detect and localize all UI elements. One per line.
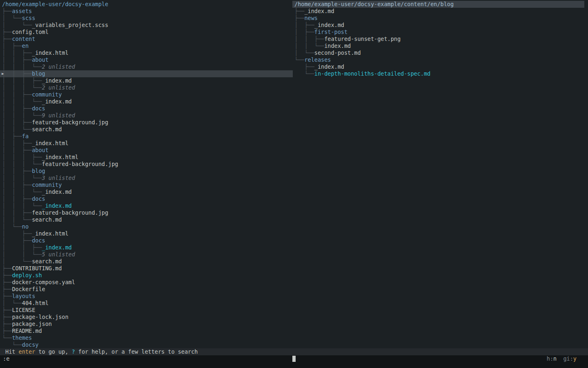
tree-row-directory[interactable]: └──docsy: [0, 341, 293, 348]
entry-label: _index.html: [42, 154, 78, 160]
tree-row-file[interactable]: ├──package.json: [0, 321, 293, 328]
terminal: /home/example-user/docsy-example ├──asse…: [0, 0, 588, 368]
tree-row-file[interactable]: └──in-depth-monoliths-detailed-spec.md: [292, 70, 588, 77]
entry-label: featured-sunset-get.png: [324, 36, 401, 42]
tree-row-directory[interactable]: │ │ ├──community: [0, 182, 293, 188]
tree-branch-lines: ├──: [2, 286, 12, 292]
tree-row-directory[interactable]: │ │ ├──about: [0, 147, 293, 154]
tree-branch-lines: │ ├──: [2, 133, 22, 139]
entry-label: _index.md: [42, 98, 72, 105]
tree-branch-lines: │ │ │ ├──: [2, 77, 42, 84]
status-segment: ?: [72, 348, 75, 355]
tree-row-directory[interactable]: ├──content: [0, 36, 293, 43]
tree-branch-lines: │ │ └──: [294, 43, 324, 49]
tree-row-file[interactable]: ├──docker-compose.yaml: [0, 279, 293, 286]
tree-branch-lines: │ │ ├──: [2, 56, 32, 63]
entry-label: en: [22, 43, 29, 49]
tree-row-file[interactable]: │ │ │ └──featured-background.jpg: [0, 161, 293, 168]
tree-row-file[interactable]: │ │ └──index.md: [292, 43, 588, 49]
tree-branch-lines: │ │ ├──: [2, 119, 32, 126]
entry-label: about: [32, 56, 49, 63]
tree-row-file[interactable]: │ │ ├──_index.md: [0, 244, 293, 251]
tree-row-file[interactable]: │ │ │ └──2 unlisted: [0, 63, 293, 70]
tree-branch-lines: ├──: [2, 272, 12, 278]
tree-row-file[interactable]: │ │ │ ├──_index.md: [0, 77, 293, 84]
tree-row-file[interactable]: ├──_index.md: [292, 63, 588, 70]
tree-branch-lines: │ │ │ └──: [2, 202, 42, 209]
tree-row-file[interactable]: │ │ ├──featured-sunset-get.png: [292, 36, 588, 43]
tree-row-file[interactable]: │ │ └──search.md: [0, 126, 293, 133]
entry-label: docker-compose.yaml: [12, 279, 75, 285]
tree-row-directory[interactable]: ├──assets: [0, 8, 293, 15]
entry-label: 5 unlisted: [42, 251, 75, 258]
tree-row-directory[interactable]: │ │ ├──community: [0, 91, 293, 98]
tree-row-directory[interactable]: └──releases: [292, 56, 588, 63]
entry-label: _variables_project.scss: [32, 22, 108, 28]
tree-row-file[interactable]: ├──deploy.sh: [0, 272, 293, 279]
entry-label: 2 unlisted: [42, 84, 75, 91]
tree-row-file[interactable]: ├──_index.md: [292, 8, 588, 15]
tree-row-file[interactable]: │ │ ├──featured-background.jpg: [0, 209, 293, 216]
tree-row-file[interactable]: │ ├──_index.md: [292, 22, 588, 29]
entry-label: _index.md: [42, 244, 72, 251]
left-file-tree: ├──assets│ └──scss│ └──_variables_projec…: [0, 8, 293, 348]
tree-row-directory[interactable]: │ │ ├──docs: [0, 105, 293, 112]
tree-row-directory[interactable]: │ ├──docs: [0, 237, 293, 244]
tree-row-file[interactable]: │ │ ├──_index.html: [0, 49, 293, 56]
tree-row-file[interactable]: ├──Dockerfile: [0, 286, 293, 293]
entry-label: assets: [12, 8, 32, 14]
tree-row-file[interactable]: │ │ │ └──9 unlisted: [0, 112, 293, 119]
left-panel-path[interactable]: /home/example-user/docsy-example: [0, 1, 293, 8]
tree-branch-lines: ├──: [294, 63, 314, 70]
tree-row-directory[interactable]: ▶│ │ ├──blog: [0, 70, 293, 77]
command-input[interactable]: :e: [3, 355, 9, 362]
tree-row-file[interactable]: ├──config.toml: [0, 29, 293, 36]
tree-row-file[interactable]: │ │ │ └──_index.md: [0, 202, 293, 209]
tree-row-directory[interactable]: ├──layouts: [0, 293, 293, 300]
tree-branch-lines: │ │ ├──: [2, 140, 32, 146]
tree-branch-lines: │ │ │ └──: [2, 161, 42, 167]
tree-row-file[interactable]: ├──README.md: [0, 328, 293, 334]
tree-row-directory[interactable]: │ ├──fa: [0, 133, 293, 140]
tree-branch-lines: │ │ ├──: [2, 244, 42, 251]
tree-row-directory[interactable]: │ │ ├──about: [0, 56, 293, 63]
tree-branch-lines: │ │ │ ├──: [2, 154, 42, 160]
tree-row-directory[interactable]: ├──news: [292, 15, 588, 22]
tree-row-file[interactable]: │ │ ├──_index.html: [0, 140, 293, 147]
tree-row-file[interactable]: ├──LICENSE: [0, 307, 293, 314]
tree-row-file[interactable]: │ ├──_index.html: [0, 230, 293, 237]
tree-row-directory[interactable]: │ │ ├──blog: [0, 168, 293, 175]
tree-row-directory[interactable]: └──themes: [0, 334, 293, 341]
tree-branch-lines: ├──: [2, 279, 12, 285]
tree-row-file[interactable]: │ │ └──5 unlisted: [0, 251, 293, 258]
tree-row-directory[interactable]: │ ├──first-post: [292, 29, 588, 36]
tree-row-file[interactable]: │ │ ├──featured-background.jpg: [0, 119, 293, 126]
tree-row-file[interactable]: │ │ │ └──3 unlisted: [0, 175, 293, 182]
tree-row-file[interactable]: │ └──search.md: [0, 258, 293, 265]
entry-label: _index.html: [32, 49, 68, 56]
input-bar[interactable]: :e h:n gi:y: [0, 355, 588, 368]
tree-branch-lines: ├──: [2, 307, 12, 313]
tree-row-file[interactable]: │ └──second-post.md: [292, 49, 588, 56]
tree-row-directory[interactable]: │ ├──en: [0, 43, 293, 49]
tree-row-directory[interactable]: │ └──scss: [0, 15, 293, 22]
tree-row-file[interactable]: │ │ │ └──_index.md: [0, 188, 293, 195]
tree-row-directory[interactable]: │ │ ├──docs: [0, 195, 293, 202]
tree-row-file[interactable]: │ └──404.html: [0, 300, 293, 307]
right-panel-path[interactable]: /home/example-user/docsy-example/content…: [292, 1, 584, 8]
tree-branch-lines: │ │ │ └──: [2, 175, 42, 181]
tree-row-file[interactable]: │ │ └──search.md: [0, 216, 293, 223]
tree-row-file[interactable]: │ │ │ └──2 unlisted: [0, 84, 293, 91]
tree-branch-lines: │ │ ├──: [2, 91, 32, 98]
tree-row-directory[interactable]: │ └──no: [0, 223, 293, 230]
tree-row-file[interactable]: │ └──_variables_project.scss: [0, 22, 293, 29]
tree-branch-lines: │ │ ├──: [2, 195, 32, 202]
tree-row-file[interactable]: ├──package-lock.json: [0, 314, 293, 321]
entry-label: second-post.md: [314, 49, 361, 56]
tree-row-file[interactable]: │ │ │ └──_index.md: [0, 98, 293, 105]
entry-label: search.md: [32, 126, 62, 132]
entry-label: in-depth-monoliths-detailed-spec.md: [314, 70, 430, 77]
tree-row-file[interactable]: ├──CONTRIBUTING.md: [0, 265, 293, 272]
tree-row-file[interactable]: │ │ │ ├──_index.html: [0, 154, 293, 161]
entry-label: 404.html: [22, 300, 49, 306]
